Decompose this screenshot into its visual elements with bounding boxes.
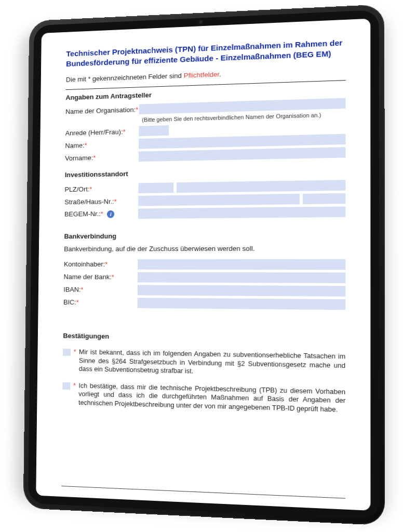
label-name: Name:* [65, 140, 139, 150]
label-anrede: Anrede (Herr/Frau):* [65, 127, 139, 137]
checkbox-confirmation-2[interactable] [62, 382, 70, 390]
required-marker: * [76, 299, 79, 307]
required-marker: * [73, 348, 76, 373]
required-marker: * [123, 128, 126, 136]
label-begem-nr: BEGEM-Nr.:* i [64, 210, 138, 219]
input-hausnr[interactable] [303, 193, 345, 204]
input-kontoinhaber[interactable] [138, 259, 345, 270]
input-vorname[interactable] [139, 148, 346, 162]
required-marker: * [136, 106, 138, 114]
label-plz-ort: PLZ/Ort:* [64, 184, 138, 193]
input-name[interactable] [139, 134, 345, 149]
required-marker: * [105, 260, 108, 268]
input-bic[interactable] [138, 298, 346, 310]
input-strasse[interactable] [138, 194, 300, 206]
input-anrede[interactable] [139, 125, 169, 136]
form-document: Technischer Projektnachweis (TPN) für Ei… [36, 19, 370, 511]
bank-subnote: Bankverbindung, auf die der Zuschuss übe… [64, 244, 345, 254]
required-marker: * [89, 185, 92, 193]
period: . [219, 70, 221, 78]
label-bankname: Name der Bank:* [64, 273, 138, 282]
label-bic: BIC:* [63, 298, 138, 307]
required-marker: * [80, 286, 83, 294]
label-org-name: Name der Organisation:* [65, 105, 139, 116]
label-iban: IBAN:* [63, 286, 138, 294]
input-bankname[interactable] [138, 272, 345, 283]
required-marker: * [73, 381, 76, 407]
input-ort[interactable] [177, 180, 346, 193]
mandatory-prefix: Die mit * gekennzeichneten Felder sind [66, 72, 184, 84]
confirmation-2-text: Ich bestätige, dass mir die technische P… [78, 381, 345, 415]
input-begem-nr[interactable] [138, 207, 345, 219]
required-marker: * [112, 273, 114, 281]
required-marker: * [93, 154, 96, 162]
confirmation-item-2: * Ich bestätige, dass mir die technische… [62, 381, 345, 415]
mandatory-word: Pflichtfelder [184, 70, 219, 79]
input-plz[interactable] [138, 183, 173, 194]
required-marker: * [85, 141, 87, 149]
tablet-frame: Technischer Projektnachweis (TPN) für Ei… [23, 4, 385, 525]
footer-divider [61, 486, 345, 499]
tablet-screen: Technischer Projektnachweis (TPN) für Ei… [36, 19, 370, 511]
required-marker: * [114, 197, 117, 205]
checkbox-confirmation-1[interactable] [63, 349, 71, 356]
confirmation-item-1: * Mir ist bekannt, dass ich im folgenden… [63, 348, 346, 379]
info-icon[interactable]: i [107, 210, 114, 218]
required-marker: * [101, 210, 103, 218]
section-heading-bank: Bankverbindung [64, 231, 345, 242]
label-kontoinhaber: Kontoinhaber:* [64, 260, 138, 268]
page-title: Technischer Projektnachweis (TPN) für Ei… [66, 37, 346, 69]
input-iban[interactable] [138, 285, 346, 297]
label-vorname: Vorname:* [65, 153, 139, 162]
label-strasse-hausnr: Straße/Haus-Nr.:* [64, 197, 138, 206]
confirmation-1-text: Mir ist bekannt, dass ich im folgenden A… [79, 348, 345, 379]
